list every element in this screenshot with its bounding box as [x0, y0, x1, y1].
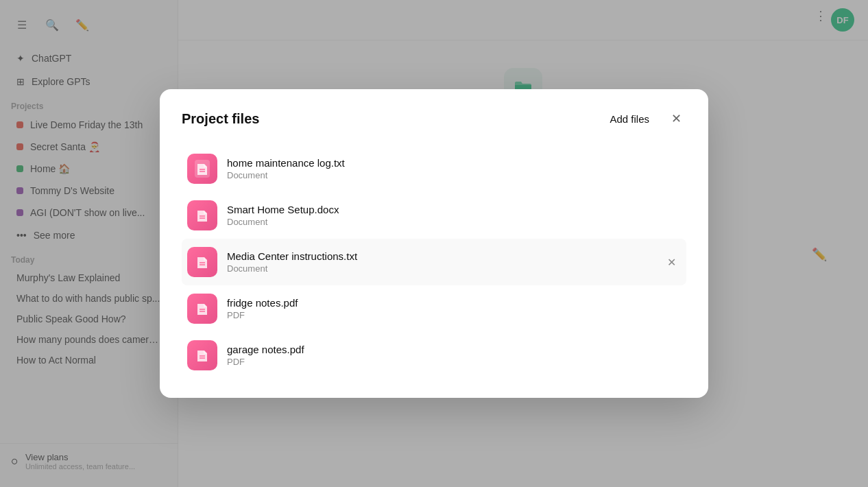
file-type-3: Document [227, 263, 652, 274]
file-type-4: PDF [227, 310, 652, 320]
modal-header-right: Add files ✕ [604, 108, 686, 129]
file-delete-button-3[interactable]: ✕ [662, 252, 681, 272]
file-icon-2 [187, 200, 217, 230]
project-files-modal: Project files Add files ✕ [160, 89, 708, 398]
file-type-1: Document [227, 170, 652, 180]
file-name-4: fridge notes.pdf [227, 297, 652, 309]
file-list: home maintenance log.txt Document ✕ Smar [182, 145, 686, 379]
file-info-3: Media Center instructions.txt Document [227, 250, 652, 274]
file-row: Media Center instructions.txt Document ✕ [182, 239, 686, 285]
file-row: home maintenance log.txt Document ✕ [182, 145, 686, 192]
file-row: Smart Home Setup.docx Document ✕ [182, 192, 686, 239]
file-row: fridge notes.pdf PDF ✕ [182, 285, 686, 332]
file-name-5: garage notes.pdf [227, 344, 652, 355]
file-icon-5 [187, 340, 217, 370]
file-name-1: home maintenance log.txt [227, 157, 652, 169]
file-type-2: Document [227, 217, 652, 227]
modal-header: Project files Add files ✕ [182, 108, 686, 129]
file-type-5: PDF [227, 357, 652, 367]
file-row: garage notes.pdf PDF ✕ [182, 332, 686, 379]
modal-overlay: Project files Add files ✕ [0, 0, 868, 487]
file-icon-1 [187, 154, 217, 184]
file-icon-4 [187, 294, 217, 324]
add-files-button[interactable]: Add files [604, 110, 655, 128]
file-name-2: Smart Home Setup.docx [227, 204, 652, 215]
file-info-5: garage notes.pdf PDF [227, 344, 652, 367]
file-icon-3 [187, 247, 217, 277]
file-name-3: Media Center instructions.txt [227, 250, 652, 262]
file-info-1: home maintenance log.txt Document [227, 157, 652, 180]
file-info-4: fridge notes.pdf PDF [227, 297, 652, 320]
close-modal-button[interactable]: ✕ [666, 108, 686, 129]
modal-title: Project files [182, 111, 259, 127]
file-info-2: Smart Home Setup.docx Document [227, 204, 652, 227]
